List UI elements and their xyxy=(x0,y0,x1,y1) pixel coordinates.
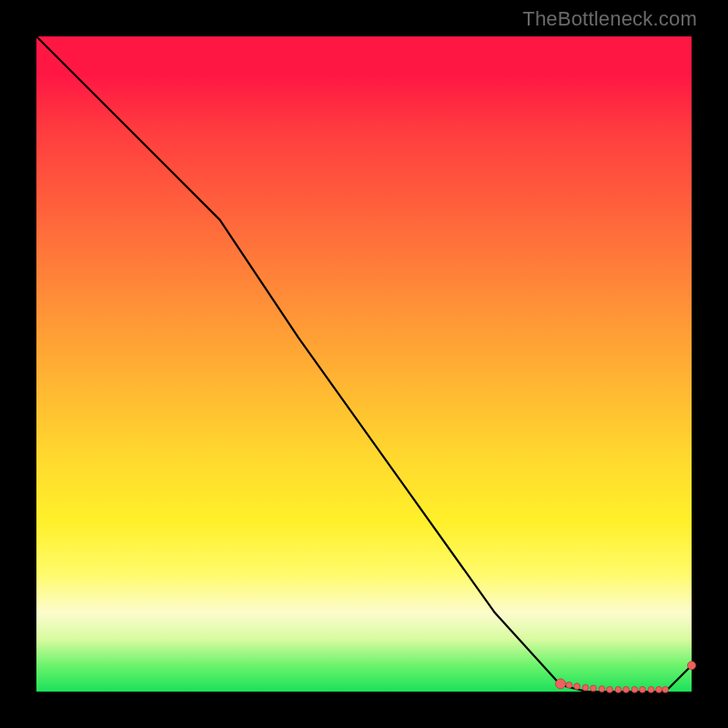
marker-dot xyxy=(582,684,589,691)
marker-dot xyxy=(599,686,605,693)
watermark-text: TheBottleneck.com xyxy=(522,7,697,31)
marker-dot xyxy=(615,686,622,693)
marker-dot xyxy=(640,686,646,693)
marker-dot xyxy=(607,686,613,693)
marker-dot xyxy=(574,683,581,690)
marker-dot xyxy=(656,686,662,693)
marker-dot xyxy=(662,686,669,693)
marker-dot xyxy=(648,686,654,693)
marker-dot xyxy=(556,679,566,689)
plot-area xyxy=(36,36,692,692)
curve-layer xyxy=(36,36,692,692)
marker-dot xyxy=(566,682,572,688)
chart-frame: TheBottleneck.com xyxy=(0,0,728,728)
marker-dot xyxy=(591,685,597,692)
marker-dot xyxy=(632,686,638,693)
curve-markers xyxy=(556,662,696,693)
marker-dot xyxy=(688,662,696,670)
marker-dot xyxy=(623,686,630,693)
curve-path xyxy=(36,36,692,692)
